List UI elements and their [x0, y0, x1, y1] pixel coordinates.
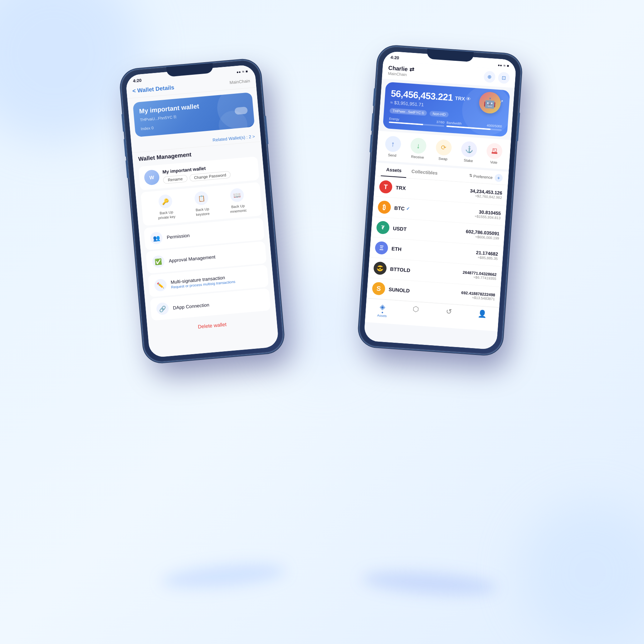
nav-stack[interactable]: ⬡ [399, 304, 433, 321]
send-button[interactable]: ↑ Send [384, 136, 401, 158]
nav-history-icon: ↺ [446, 307, 453, 316]
nav-active-dot [381, 312, 383, 313]
back-button[interactable]: < Wallet Details [132, 84, 174, 94]
stake-icon: ⚓ [461, 141, 478, 158]
receive-button[interactable]: ↓ Receive [410, 137, 427, 160]
preference-button[interactable]: ⇅ Preference [469, 174, 493, 180]
chain-label-left: MainChain [229, 78, 250, 85]
wallet-card: My important wallet THPvaU...Fhn5YC ⎘ In… [133, 92, 255, 137]
non-hd-tag: Non-HD [430, 111, 449, 117]
nav-stack-icon: ⬡ [413, 304, 419, 313]
btc-name: BTC ✓ [394, 205, 475, 216]
eth-icon: Ξ [375, 241, 388, 255]
usdt-name-col: USDT [393, 225, 466, 236]
wallet-toggle[interactable] [234, 106, 248, 114]
tab-assets[interactable]: Assets [381, 163, 407, 178]
approval-icon: ✅ [152, 255, 165, 268]
backup-key-label: Back Upprivate key [157, 210, 175, 220]
balance-currency: TRX [455, 95, 465, 102]
permission-icon: 👥 [150, 231, 163, 245]
btc-name-col: BTC ✓ [394, 205, 475, 216]
phone-left: 4:20 ●● ≈ ■ < Wallet Details MainChain M… [120, 59, 284, 364]
bandwidth-value: 4000/5000 [487, 124, 502, 128]
btc-values: 30.810455 ≈$1555,934.813 [475, 209, 501, 220]
energy-resource: Energy 37/60 [389, 117, 445, 127]
time-right: 4:20 [390, 55, 399, 60]
dapp-icon: 🔗 [156, 302, 169, 315]
bttold-icon: 😎 [373, 262, 387, 275]
usdt-values: 602,786.035091 ≈$606,000.199 [465, 229, 500, 240]
eth-name: ETH [391, 246, 476, 257]
stake-button[interactable]: ⚓ Stake [460, 141, 478, 163]
nav-assets[interactable]: ◈ Assets [365, 301, 400, 318]
rename-button[interactable]: Rename [163, 175, 187, 184]
status-icons-left: ●● ≈ ■ [236, 69, 248, 74]
vote-icon: 🗳 [486, 143, 503, 160]
trx-name: TRX [396, 185, 470, 195]
trx-values: 34,234,453.126 ≈$2,760,842.982 [469, 188, 502, 200]
btc-verified-icon: ✓ [406, 206, 410, 211]
backup-keystore-label: Back Upkeystore [195, 206, 210, 217]
backup-mnemonic[interactable]: 📖 Back Upmnemonic [228, 187, 247, 214]
nav-assets-label: Assets [377, 314, 387, 318]
nav-profile[interactable]: 👤 [465, 308, 499, 326]
usdt-icon: ₮ [376, 221, 390, 234]
backup-key-icon: 🔑 [158, 194, 173, 209]
multisig-icon: ✏️ [154, 279, 167, 292]
receive-icon: ↓ [410, 137, 427, 154]
scan-icon[interactable]: ⊕ [483, 71, 496, 83]
trx-name-col: TRX [396, 185, 470, 195]
user-info: Charlie ⇄ MainChain [388, 64, 414, 77]
btc-icon: ₿ [377, 200, 391, 214]
wallet-mgmt-info: My important wallet Rename Change Passwo… [162, 161, 254, 184]
sunold-values: 692.418878222498 ≈$13.5483871 [461, 290, 495, 301]
dapp-label: DApp Connection [173, 302, 210, 311]
copy-address-icon[interactable]: ⎘ [422, 111, 424, 115]
status-icons-right: ●● ≈ ■ [498, 63, 509, 68]
time-left: 4:20 [133, 78, 142, 83]
phone-right: 4:20 ●● ≈ ■ Charlie ⇄ MainChain [358, 45, 522, 355]
bttold-values: 2648771.04328662 ≈$6.77419355 [462, 270, 497, 280]
backup-private-key[interactable]: 🔑 Back Upprivate key [156, 194, 176, 220]
sunold-icon: S [372, 282, 385, 295]
bttold-name-col: BTTOLD [390, 266, 463, 277]
permission-label: Permission [166, 233, 190, 240]
approval-label: Approval Management [169, 254, 216, 263]
vote-button[interactable]: 🗳 Vote [486, 143, 503, 165]
backup-keystore-icon: 📋 [194, 191, 209, 205]
asset-list: T TRX 34,234,453.126 ≈$2,760,842.982 ₿ B… [366, 176, 508, 307]
swap-icon: ⟳ [435, 139, 452, 156]
wallet-avatar: W [144, 169, 160, 186]
bandwidth-label: Bandwidth [447, 121, 462, 126]
change-password-button[interactable]: Change Password [189, 171, 231, 181]
nav-history[interactable]: ↺ [431, 306, 466, 323]
energy-label: Energy [389, 117, 399, 121]
bandwidth-bar-fill [446, 126, 491, 130]
bandwidth-resource: Bandwidth 4000/5000 [446, 121, 502, 131]
sunold-name: SUNOLD [389, 287, 462, 297]
backup-mnemonic-label: Back Upmnemonic [230, 203, 247, 214]
add-asset-button[interactable]: + [494, 174, 503, 182]
energy-value: 37/60 [436, 120, 444, 125]
swap-button[interactable]: ⟳ Swap [435, 139, 452, 161]
backup-keystore[interactable]: 📋 Back Upkeystore [194, 191, 210, 217]
send-icon: ↑ [385, 136, 401, 152]
visibility-icon[interactable]: 👁 [465, 96, 471, 102]
tab-collectibles[interactable]: Collectibles [406, 165, 443, 180]
eth-name-col: ETH [391, 246, 476, 257]
wallet-address-tag: THPwer...5wtFYC ⎘ [390, 108, 427, 116]
sunold-name-col: SUNOLD [389, 287, 462, 297]
nav-profile-icon: 👤 [477, 309, 487, 318]
backup-mnemonic-icon: 📖 [230, 188, 244, 203]
nav-assets-icon: ◈ [380, 302, 386, 311]
switch-icon[interactable]: ⊡ [498, 72, 510, 84]
trx-icon: T [379, 180, 392, 194]
header-icons: ⊕ ⊡ [483, 71, 510, 84]
bttold-name: BTTOLD [390, 266, 463, 277]
resource-row: Energy 37/60 Bandwidth 4000/5000 [389, 117, 502, 131]
usdt-name: USDT [393, 225, 466, 236]
copy-icon[interactable]: ⎘ [174, 114, 176, 119]
eth-values: 21.174682 ≈$85,885.35 [475, 250, 498, 260]
tron-mascot: 🤖 [478, 91, 505, 118]
balance-card: 🤖 56,456,453.221 TRX 👁 ↗ ≈ $3,951,951.71… [383, 82, 510, 137]
